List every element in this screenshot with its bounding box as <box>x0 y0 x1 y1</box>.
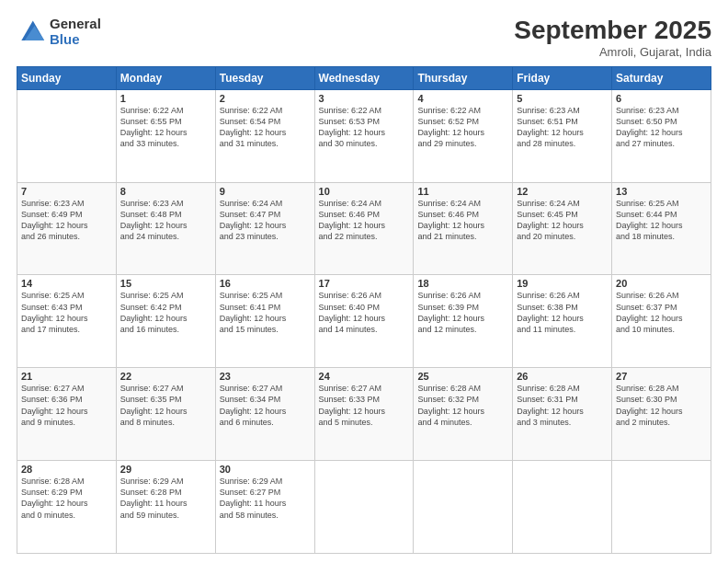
day-cell: 26Sunrise: 6:28 AM Sunset: 6:31 PM Dayli… <box>513 368 612 461</box>
day-info: Sunrise: 6:25 AM Sunset: 6:44 PM Dayligh… <box>616 198 707 243</box>
day-number: 8 <box>120 186 211 197</box>
day-cell: 4Sunrise: 6:22 AM Sunset: 6:52 PM Daylig… <box>414 89 513 182</box>
day-info: Sunrise: 6:23 AM Sunset: 6:48 PM Dayligh… <box>120 198 211 243</box>
day-number: 10 <box>319 186 410 197</box>
day-number: 24 <box>319 371 410 382</box>
day-info: Sunrise: 6:28 AM Sunset: 6:31 PM Dayligh… <box>517 383 608 428</box>
day-cell: 24Sunrise: 6:27 AM Sunset: 6:33 PM Dayli… <box>314 368 414 461</box>
day-cell: 8Sunrise: 6:23 AM Sunset: 6:48 PM Daylig… <box>116 182 215 275</box>
day-number: 27 <box>616 371 707 382</box>
day-info: Sunrise: 6:26 AM Sunset: 6:38 PM Dayligh… <box>517 290 608 335</box>
day-info: Sunrise: 6:23 AM Sunset: 6:49 PM Dayligh… <box>21 198 112 243</box>
day-info: Sunrise: 6:27 AM Sunset: 6:35 PM Dayligh… <box>120 383 211 428</box>
day-info: Sunrise: 6:28 AM Sunset: 6:32 PM Dayligh… <box>417 383 508 428</box>
week-row-4: 21Sunrise: 6:27 AM Sunset: 6:36 PM Dayli… <box>17 368 711 461</box>
day-cell: 23Sunrise: 6:27 AM Sunset: 6:34 PM Dayli… <box>215 368 314 461</box>
day-cell: 3Sunrise: 6:22 AM Sunset: 6:53 PM Daylig… <box>314 89 414 182</box>
day-cell: 21Sunrise: 6:27 AM Sunset: 6:36 PM Dayli… <box>17 368 117 461</box>
day-cell <box>17 89 117 182</box>
day-info: Sunrise: 6:26 AM Sunset: 6:39 PM Dayligh… <box>417 290 508 335</box>
col-header-wednesday: Wednesday <box>314 66 414 89</box>
day-info: Sunrise: 6:27 AM Sunset: 6:34 PM Dayligh… <box>220 383 311 428</box>
day-cell: 7Sunrise: 6:23 AM Sunset: 6:49 PM Daylig… <box>17 182 117 275</box>
col-header-tuesday: Tuesday <box>215 66 314 89</box>
header-row: SundayMondayTuesdayWednesdayThursdayFrid… <box>17 66 711 89</box>
subtitle: Amroli, Gujarat, India <box>514 45 711 59</box>
day-cell: 6Sunrise: 6:23 AM Sunset: 6:50 PM Daylig… <box>612 89 711 182</box>
calendar-body: 1Sunrise: 6:22 AM Sunset: 6:55 PM Daylig… <box>17 89 711 553</box>
day-info: Sunrise: 6:25 AM Sunset: 6:43 PM Dayligh… <box>21 290 112 335</box>
day-cell <box>612 461 711 554</box>
day-number: 16 <box>220 278 311 289</box>
calendar-header: SundayMondayTuesdayWednesdayThursdayFrid… <box>17 66 711 89</box>
day-cell: 9Sunrise: 6:24 AM Sunset: 6:47 PM Daylig… <box>215 182 314 275</box>
day-info: Sunrise: 6:24 AM Sunset: 6:46 PM Dayligh… <box>417 198 508 243</box>
logo-text: General Blue <box>50 17 101 47</box>
day-cell: 12Sunrise: 6:24 AM Sunset: 6:45 PM Dayli… <box>513 182 612 275</box>
day-cell: 18Sunrise: 6:26 AM Sunset: 6:39 PM Dayli… <box>414 275 513 368</box>
day-info: Sunrise: 6:29 AM Sunset: 6:27 PM Dayligh… <box>220 476 311 521</box>
day-cell: 14Sunrise: 6:25 AM Sunset: 6:43 PM Dayli… <box>17 275 117 368</box>
day-number: 17 <box>319 278 410 289</box>
day-cell: 17Sunrise: 6:26 AM Sunset: 6:40 PM Dayli… <box>314 275 414 368</box>
day-cell: 19Sunrise: 6:26 AM Sunset: 6:38 PM Dayli… <box>513 275 612 368</box>
day-number: 18 <box>417 278 508 289</box>
day-cell <box>414 461 513 554</box>
day-number: 12 <box>517 186 608 197</box>
day-cell: 29Sunrise: 6:29 AM Sunset: 6:28 PM Dayli… <box>116 461 215 554</box>
day-number: 29 <box>120 464 211 475</box>
day-info: Sunrise: 6:24 AM Sunset: 6:46 PM Dayligh… <box>319 198 410 243</box>
day-number: 3 <box>319 93 410 104</box>
day-number: 6 <box>616 93 707 104</box>
day-cell: 27Sunrise: 6:28 AM Sunset: 6:30 PM Dayli… <box>612 368 711 461</box>
day-cell: 28Sunrise: 6:28 AM Sunset: 6:29 PM Dayli… <box>17 461 117 554</box>
day-info: Sunrise: 6:23 AM Sunset: 6:51 PM Dayligh… <box>517 105 608 150</box>
col-header-friday: Friday <box>513 66 612 89</box>
day-info: Sunrise: 6:27 AM Sunset: 6:36 PM Dayligh… <box>21 383 112 428</box>
logo-icon <box>17 17 46 47</box>
day-cell: 1Sunrise: 6:22 AM Sunset: 6:55 PM Daylig… <box>116 89 215 182</box>
day-number: 5 <box>517 93 608 104</box>
day-number: 9 <box>220 186 311 197</box>
day-info: Sunrise: 6:28 AM Sunset: 6:29 PM Dayligh… <box>21 476 112 521</box>
day-info: Sunrise: 6:22 AM Sunset: 6:55 PM Dayligh… <box>120 105 211 150</box>
day-number: 22 <box>120 371 211 382</box>
day-number: 25 <box>417 371 508 382</box>
week-row-5: 28Sunrise: 6:28 AM Sunset: 6:29 PM Dayli… <box>17 461 711 554</box>
day-info: Sunrise: 6:26 AM Sunset: 6:37 PM Dayligh… <box>616 290 707 335</box>
day-info: Sunrise: 6:25 AM Sunset: 6:42 PM Dayligh… <box>120 290 211 335</box>
day-number: 7 <box>21 186 112 197</box>
day-cell <box>513 461 612 554</box>
logo-general-text: General <box>50 17 101 32</box>
header: General Blue September 2025 Amroli, Guja… <box>17 17 711 59</box>
logo: General Blue <box>17 17 101 47</box>
col-header-monday: Monday <box>116 66 215 89</box>
day-number: 20 <box>616 278 707 289</box>
day-number: 4 <box>417 93 508 104</box>
logo-blue-text: Blue <box>50 32 101 48</box>
week-row-1: 1Sunrise: 6:22 AM Sunset: 6:55 PM Daylig… <box>17 89 711 182</box>
day-info: Sunrise: 6:29 AM Sunset: 6:28 PM Dayligh… <box>120 476 211 521</box>
day-number: 13 <box>616 186 707 197</box>
day-number: 1 <box>120 93 211 104</box>
day-number: 15 <box>120 278 211 289</box>
day-cell: 15Sunrise: 6:25 AM Sunset: 6:42 PM Dayli… <box>116 275 215 368</box>
day-cell: 20Sunrise: 6:26 AM Sunset: 6:37 PM Dayli… <box>612 275 711 368</box>
day-cell: 11Sunrise: 6:24 AM Sunset: 6:46 PM Dayli… <box>414 182 513 275</box>
day-info: Sunrise: 6:26 AM Sunset: 6:40 PM Dayligh… <box>319 290 410 335</box>
calendar-table: SundayMondayTuesdayWednesdayThursdayFrid… <box>17 66 711 554</box>
page: General Blue September 2025 Amroli, Guja… <box>0 0 728 563</box>
day-cell: 16Sunrise: 6:25 AM Sunset: 6:41 PM Dayli… <box>215 275 314 368</box>
day-info: Sunrise: 6:24 AM Sunset: 6:45 PM Dayligh… <box>517 198 608 243</box>
day-cell: 2Sunrise: 6:22 AM Sunset: 6:54 PM Daylig… <box>215 89 314 182</box>
week-row-2: 7Sunrise: 6:23 AM Sunset: 6:49 PM Daylig… <box>17 182 711 275</box>
day-info: Sunrise: 6:22 AM Sunset: 6:53 PM Dayligh… <box>319 105 410 150</box>
day-number: 30 <box>220 464 311 475</box>
day-number: 26 <box>517 371 608 382</box>
day-number: 28 <box>21 464 112 475</box>
day-number: 23 <box>220 371 311 382</box>
day-info: Sunrise: 6:25 AM Sunset: 6:41 PM Dayligh… <box>220 290 311 335</box>
day-info: Sunrise: 6:24 AM Sunset: 6:47 PM Dayligh… <box>220 198 311 243</box>
day-cell: 22Sunrise: 6:27 AM Sunset: 6:35 PM Dayli… <box>116 368 215 461</box>
main-title: September 2025 <box>514 17 711 45</box>
